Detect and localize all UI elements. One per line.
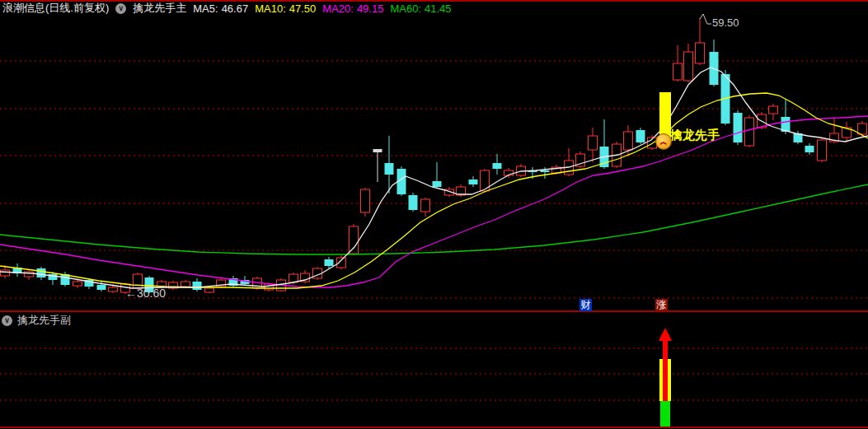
candle-body-up xyxy=(1,270,10,276)
ma60-label: MA60: xyxy=(390,2,421,15)
candle-body-down xyxy=(469,180,478,184)
candle-body-down xyxy=(805,146,814,152)
candle-body-up xyxy=(684,52,693,81)
ma-line-ma60 xyxy=(0,184,868,254)
ma10-label: MA10: xyxy=(255,2,286,15)
ma5-label: MA5: xyxy=(193,2,218,15)
candle-body-doji xyxy=(373,149,382,152)
panel-border xyxy=(0,427,868,428)
main-indicator-name[interactable]: 擒龙先手主 xyxy=(133,1,186,16)
candle-body-up xyxy=(696,43,705,63)
candle-body-down xyxy=(636,130,645,142)
ma5-value: 46.67 xyxy=(222,2,249,15)
sub-arrow-head xyxy=(659,328,672,341)
stock-title: 浪潮信息(日线.前复权) xyxy=(2,1,109,16)
ma60-legend: MA60: 41.45 xyxy=(390,2,451,15)
trading-app-window: 浪潮信息(日线.前复权) ∨ 擒龙先手主 MA5: 46.67 MA10: 47… xyxy=(0,0,868,429)
ma-line-ma5 xyxy=(0,68,868,288)
high-pointer-line xyxy=(700,14,711,24)
candle-body-up xyxy=(25,272,34,277)
candle-body-up xyxy=(205,288,214,292)
candle-body-up xyxy=(858,124,867,134)
candle-body-up xyxy=(818,140,827,161)
candle-body-down xyxy=(385,163,394,175)
sub-green-bar xyxy=(660,401,670,427)
candle-body-down xyxy=(734,113,743,142)
sub-panel-header: ∨ 擒龙先手副 xyxy=(2,313,71,328)
ma20-legend: MA20: 49.15 xyxy=(322,2,383,15)
chevron-down-icon[interactable]: ∨ xyxy=(2,315,12,326)
wealth-badge: 财 xyxy=(579,299,592,311)
candle-body-down xyxy=(493,163,502,169)
candle-body-up xyxy=(181,282,190,287)
candle-body-up xyxy=(769,106,778,114)
candle-body-up xyxy=(624,132,633,150)
candle-body-up xyxy=(421,199,430,212)
ma20-value: 49.15 xyxy=(357,2,384,15)
candle-body-down xyxy=(97,285,106,290)
ma10-value: 47.50 xyxy=(289,2,317,15)
ma20-label: MA20: xyxy=(322,2,354,15)
candle-body-down xyxy=(433,181,442,187)
low-price-label: ←30.60 xyxy=(125,287,166,300)
candle-body-down xyxy=(541,170,550,172)
sub-arrow-shaft xyxy=(663,338,668,401)
candle-body-up xyxy=(589,136,598,150)
ma10-legend: MA10: 47.50 xyxy=(255,2,316,15)
price-chart-canvas[interactable] xyxy=(0,0,868,429)
candle-body-up xyxy=(73,282,82,286)
sub-indicator-name[interactable]: 擒龙先手副 xyxy=(17,313,71,328)
candle-body-up xyxy=(109,287,118,291)
dragon-signal-label: 擒龙先手 xyxy=(670,128,720,143)
candle-body-up xyxy=(673,63,683,80)
candle-body-up xyxy=(350,226,359,254)
panel-border xyxy=(0,310,868,312)
chevron-down-icon[interactable]: ∨ xyxy=(115,3,126,14)
candle-body-down xyxy=(325,259,334,266)
rise-badge: 涨 xyxy=(655,299,668,311)
ma5-legend: MA5: 46.67 xyxy=(193,2,248,15)
candle-body-down xyxy=(193,282,202,290)
ma60-value: 41.45 xyxy=(425,2,452,15)
high-price-label: 59.50 xyxy=(712,16,739,29)
candle-body-down xyxy=(409,195,418,210)
candle-body-up xyxy=(745,118,754,146)
candle-body-up xyxy=(361,189,370,212)
main-chart-header: 浪潮信息(日线.前复权) ∨ 擒龙先手主 MA5: 46.67 MA10: 47… xyxy=(2,2,452,15)
candle-body-down xyxy=(37,268,46,277)
dragon-signal-icon: ︽ xyxy=(655,133,672,150)
